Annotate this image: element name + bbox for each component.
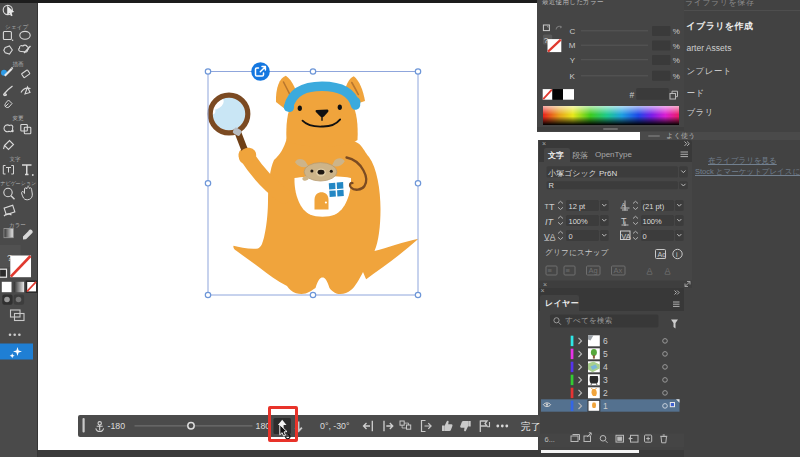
svg-text:4: 4: [603, 362, 608, 372]
svg-text:Ag: Ag: [588, 266, 597, 275]
svg-text:3: 3: [603, 375, 608, 385]
svg-text:V̲A̲: V̲A̲: [543, 231, 555, 241]
svg-text:6...: 6...: [544, 435, 554, 444]
svg-text:2: 2: [603, 388, 608, 398]
svg-text:0°, -30°: 0°, -30°: [320, 421, 350, 431]
svg-text:K: K: [570, 72, 576, 81]
svg-text:T: T: [621, 216, 627, 226]
svg-text:M: M: [569, 41, 576, 50]
svg-text:Y: Y: [570, 56, 576, 65]
svg-text:%: %: [673, 42, 680, 51]
svg-text:5: 5: [603, 349, 608, 359]
svg-text:i: i: [676, 251, 678, 258]
svg-text:C: C: [570, 27, 576, 36]
svg-text:Ax: Ax: [613, 266, 622, 275]
svg-text:A̲: A̲: [646, 266, 652, 276]
svg-text:%: %: [673, 72, 680, 81]
svg-text:1: 1: [603, 401, 608, 411]
svg-text:#: #: [629, 90, 634, 100]
svg-text:≡: ≡: [547, 266, 552, 275]
svg-text:T: T: [549, 202, 555, 212]
svg-text:-180: -180: [107, 421, 125, 431]
svg-text:×: ×: [543, 281, 547, 288]
svg-text:%: %: [673, 56, 680, 65]
svg-text:6: 6: [603, 336, 608, 346]
svg-text:Ag: Ag: [657, 251, 666, 259]
svg-text:≡: ≡: [565, 266, 570, 275]
svg-text:A̲: A̲: [664, 266, 670, 276]
svg-text:%: %: [673, 27, 680, 36]
svg-text:VA: VA: [621, 231, 630, 240]
svg-text:IT: IT: [545, 216, 555, 226]
svg-text:?: ?: [544, 36, 549, 45]
